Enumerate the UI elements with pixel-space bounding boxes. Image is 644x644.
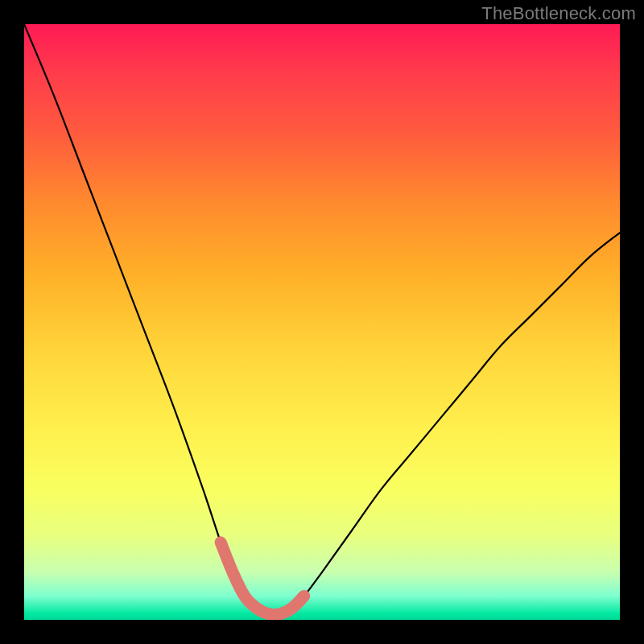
bottleneck-curve xyxy=(24,24,620,615)
chart-svg xyxy=(24,24,620,620)
highlight-u xyxy=(221,543,304,615)
chart-frame: TheBottleneck.com xyxy=(0,0,644,644)
plot-area xyxy=(24,24,620,620)
watermark-text: TheBottleneck.com xyxy=(481,3,636,24)
